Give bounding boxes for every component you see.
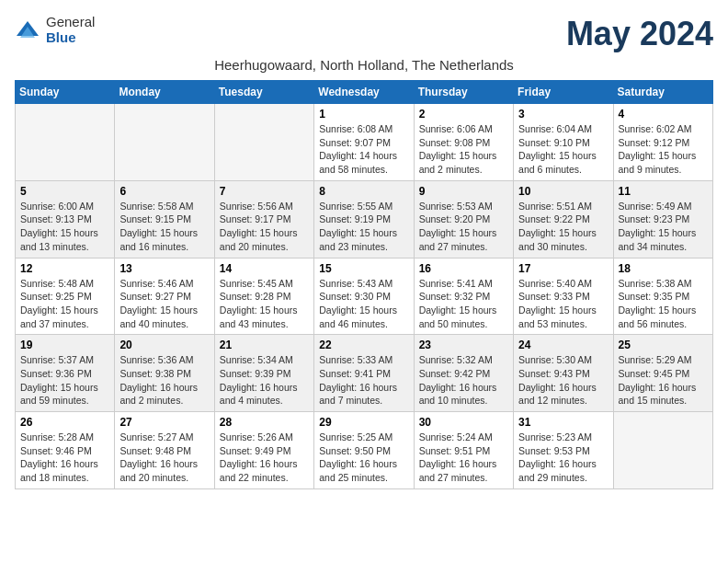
day-number: 30 [419, 416, 508, 429]
page-header: General Blue May 2024 [15, 15, 713, 53]
day-info: Sunrise: 5:36 AM Sunset: 9:38 PM Dayligh… [119, 353, 209, 408]
day-of-week-header: Saturday [613, 81, 712, 104]
day-number: 24 [518, 339, 608, 351]
day-info: Sunrise: 5:43 AM Sunset: 9:30 PM Dayligh… [319, 277, 408, 331]
calendar-week-row: 5Sunrise: 6:00 AM Sunset: 9:13 PM Daylig… [16, 180, 713, 258]
day-of-week-header: Wednesday [314, 81, 414, 104]
day-info: Sunrise: 5:58 AM Sunset: 9:15 PM Dayligh… [119, 200, 209, 254]
day-info: Sunrise: 5:56 AM Sunset: 9:17 PM Dayligh… [220, 200, 309, 254]
day-info: Sunrise: 5:38 AM Sunset: 9:35 PM Dayligh… [619, 277, 708, 331]
calendar-day-cell: 11Sunrise: 5:49 AM Sunset: 9:23 PM Dayli… [613, 180, 712, 258]
calendar-day-cell: 2Sunrise: 6:06 AM Sunset: 9:08 PM Daylig… [414, 104, 513, 181]
day-number: 5 [20, 185, 109, 198]
day-number: 29 [319, 416, 408, 429]
calendar-week-row: 12Sunrise: 5:48 AM Sunset: 9:25 PM Dayli… [16, 258, 713, 335]
calendar-day-cell: 21Sunrise: 5:34 AM Sunset: 9:39 PM Dayli… [214, 335, 313, 412]
calendar-day-cell [16, 104, 115, 181]
calendar-day-cell: 9Sunrise: 5:53 AM Sunset: 9:20 PM Daylig… [414, 180, 513, 258]
calendar-day-cell: 6Sunrise: 5:58 AM Sunset: 9:15 PM Daylig… [115, 180, 214, 258]
calendar-day-cell: 13Sunrise: 5:46 AM Sunset: 9:27 PM Dayli… [115, 258, 214, 335]
calendar-day-cell: 22Sunrise: 5:33 AM Sunset: 9:41 PM Dayli… [314, 335, 414, 412]
day-number: 13 [119, 262, 209, 275]
day-info: Sunrise: 5:48 AM Sunset: 9:25 PM Dayligh… [20, 277, 109, 331]
day-number: 27 [119, 416, 209, 429]
day-of-week-header: Monday [115, 81, 214, 104]
logo-general-label: General [46, 15, 95, 30]
day-number: 21 [220, 339, 309, 351]
day-of-week-header: Thursday [414, 81, 513, 104]
calendar-day-cell: 29Sunrise: 5:25 AM Sunset: 9:50 PM Dayli… [314, 412, 414, 489]
day-info: Sunrise: 5:37 AM Sunset: 9:36 PM Dayligh… [20, 353, 109, 408]
day-of-week-header: Friday [514, 81, 613, 104]
day-info: Sunrise: 6:06 AM Sunset: 9:08 PM Dayligh… [419, 122, 508, 177]
day-number: 22 [319, 339, 408, 351]
calendar-day-cell [115, 104, 214, 181]
calendar-header-row: SundayMondayTuesdayWednesdayThursdayFrid… [16, 81, 713, 104]
day-number: 17 [518, 262, 608, 275]
day-number: 6 [119, 185, 209, 198]
calendar-day-cell: 4Sunrise: 6:02 AM Sunset: 9:12 PM Daylig… [613, 104, 712, 181]
calendar-day-cell: 24Sunrise: 5:30 AM Sunset: 9:43 PM Dayli… [514, 335, 613, 412]
day-info: Sunrise: 5:30 AM Sunset: 9:43 PM Dayligh… [518, 353, 608, 408]
day-info: Sunrise: 5:45 AM Sunset: 9:28 PM Dayligh… [220, 277, 309, 331]
day-number: 4 [619, 108, 708, 121]
day-info: Sunrise: 6:00 AM Sunset: 9:13 PM Dayligh… [20, 200, 109, 254]
day-info: Sunrise: 5:23 AM Sunset: 9:53 PM Dayligh… [518, 431, 608, 485]
calendar-day-cell: 14Sunrise: 5:45 AM Sunset: 9:28 PM Dayli… [214, 258, 313, 335]
calendar-day-cell: 31Sunrise: 5:23 AM Sunset: 9:53 PM Dayli… [514, 412, 613, 489]
day-info: Sunrise: 5:51 AM Sunset: 9:22 PM Dayligh… [518, 200, 608, 254]
day-number: 9 [419, 185, 508, 198]
calendar-day-cell: 28Sunrise: 5:26 AM Sunset: 9:49 PM Dayli… [214, 412, 313, 489]
day-of-week-header: Tuesday [214, 81, 313, 104]
day-of-week-header: Sunday [16, 81, 115, 104]
day-number: 19 [20, 339, 109, 351]
day-number: 18 [619, 262, 708, 275]
calendar-day-cell: 3Sunrise: 6:04 AM Sunset: 9:10 PM Daylig… [514, 104, 613, 181]
logo-text: General Blue [46, 15, 95, 45]
day-info: Sunrise: 5:25 AM Sunset: 9:50 PM Dayligh… [319, 431, 408, 485]
day-number: 10 [518, 185, 608, 198]
day-number: 14 [220, 262, 309, 275]
calendar-day-cell: 26Sunrise: 5:28 AM Sunset: 9:46 PM Dayli… [16, 412, 115, 489]
day-number: 12 [20, 262, 109, 275]
day-number: 3 [518, 108, 608, 121]
calendar-day-cell: 10Sunrise: 5:51 AM Sunset: 9:22 PM Dayli… [514, 180, 613, 258]
day-info: Sunrise: 5:27 AM Sunset: 9:48 PM Dayligh… [119, 431, 209, 485]
logo-icon [15, 17, 40, 43]
calendar-day-cell: 18Sunrise: 5:38 AM Sunset: 9:35 PM Dayli… [613, 258, 712, 335]
day-info: Sunrise: 5:34 AM Sunset: 9:39 PM Dayligh… [220, 353, 309, 408]
day-number: 20 [119, 339, 209, 351]
day-number: 8 [319, 185, 408, 198]
day-number: 11 [619, 185, 708, 198]
day-number: 26 [20, 416, 109, 429]
calendar-week-row: 19Sunrise: 5:37 AM Sunset: 9:36 PM Dayli… [16, 335, 713, 412]
day-number: 28 [220, 416, 309, 429]
calendar-day-cell: 30Sunrise: 5:24 AM Sunset: 9:51 PM Dayli… [414, 412, 513, 489]
day-info: Sunrise: 5:49 AM Sunset: 9:23 PM Dayligh… [619, 200, 708, 254]
calendar-day-cell: 7Sunrise: 5:56 AM Sunset: 9:17 PM Daylig… [214, 180, 313, 258]
calendar-day-cell: 19Sunrise: 5:37 AM Sunset: 9:36 PM Dayli… [16, 335, 115, 412]
day-number: 23 [419, 339, 508, 351]
day-number: 2 [419, 108, 508, 121]
day-info: Sunrise: 5:33 AM Sunset: 9:41 PM Dayligh… [319, 353, 408, 408]
calendar-day-cell [214, 104, 313, 181]
logo-blue-label: Blue [46, 30, 95, 46]
day-info: Sunrise: 5:40 AM Sunset: 9:33 PM Dayligh… [518, 277, 608, 331]
day-info: Sunrise: 6:08 AM Sunset: 9:07 PM Dayligh… [319, 122, 408, 177]
day-number: 1 [319, 108, 408, 121]
calendar-day-cell: 8Sunrise: 5:55 AM Sunset: 9:19 PM Daylig… [314, 180, 414, 258]
calendar-day-cell: 5Sunrise: 6:00 AM Sunset: 9:13 PM Daylig… [16, 180, 115, 258]
calendar-table: SundayMondayTuesdayWednesdayThursdayFrid… [15, 80, 713, 489]
day-info: Sunrise: 5:26 AM Sunset: 9:49 PM Dayligh… [220, 431, 309, 485]
day-info: Sunrise: 5:32 AM Sunset: 9:42 PM Dayligh… [419, 353, 508, 408]
day-info: Sunrise: 6:02 AM Sunset: 9:12 PM Dayligh… [619, 122, 708, 177]
calendar-day-cell: 20Sunrise: 5:36 AM Sunset: 9:38 PM Dayli… [115, 335, 214, 412]
day-info: Sunrise: 5:55 AM Sunset: 9:19 PM Dayligh… [319, 200, 408, 254]
day-number: 25 [619, 339, 708, 351]
calendar-week-row: 26Sunrise: 5:28 AM Sunset: 9:46 PM Dayli… [16, 412, 713, 489]
day-info: Sunrise: 5:28 AM Sunset: 9:46 PM Dayligh… [20, 431, 109, 485]
day-info: Sunrise: 5:24 AM Sunset: 9:51 PM Dayligh… [419, 431, 508, 485]
calendar-day-cell: 27Sunrise: 5:27 AM Sunset: 9:48 PM Dayli… [115, 412, 214, 489]
calendar-day-cell: 23Sunrise: 5:32 AM Sunset: 9:42 PM Dayli… [414, 335, 513, 412]
day-number: 15 [319, 262, 408, 275]
